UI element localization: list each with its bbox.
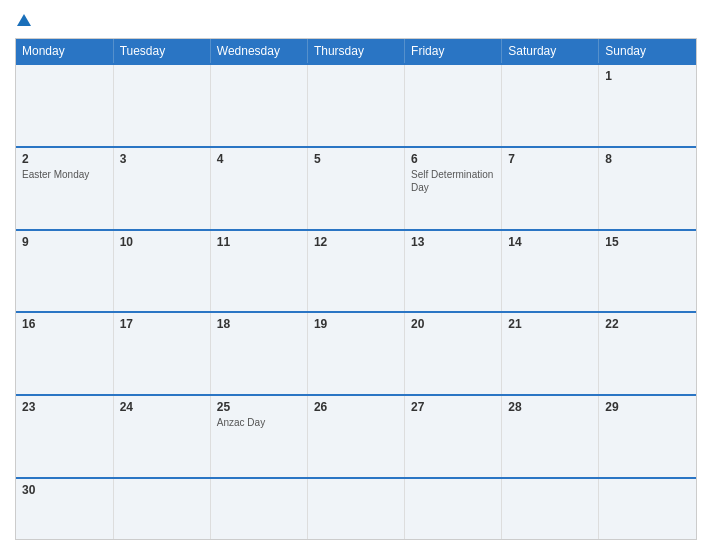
week-row-6: 30 bbox=[16, 478, 696, 539]
calendar-cell bbox=[16, 64, 113, 147]
day-number: 6 bbox=[411, 152, 495, 166]
day-number: 4 bbox=[217, 152, 301, 166]
day-number: 16 bbox=[22, 317, 107, 331]
calendar-cell: 21 bbox=[502, 312, 599, 395]
week-row-2: 2Easter Monday3456Self Determination Day… bbox=[16, 147, 696, 230]
day-number: 20 bbox=[411, 317, 495, 331]
weekday-header-row: MondayTuesdayWednesdayThursdayFridaySatu… bbox=[16, 39, 696, 64]
day-number: 1 bbox=[605, 69, 690, 83]
calendar-cell: 24 bbox=[113, 395, 210, 478]
calendar-cell: 4 bbox=[210, 147, 307, 230]
day-number: 10 bbox=[120, 235, 204, 249]
weekday-header-sunday: Sunday bbox=[599, 39, 696, 64]
day-number: 17 bbox=[120, 317, 204, 331]
day-number: 8 bbox=[605, 152, 690, 166]
calendar-cell: 3 bbox=[113, 147, 210, 230]
calendar-cell: 14 bbox=[502, 230, 599, 313]
calendar-cell: 23 bbox=[16, 395, 113, 478]
calendar-cell bbox=[405, 64, 502, 147]
calendar-cell: 30 bbox=[16, 478, 113, 539]
weekday-header-thursday: Thursday bbox=[307, 39, 404, 64]
calendar-cell bbox=[113, 478, 210, 539]
day-number: 21 bbox=[508, 317, 592, 331]
calendar-cell: 26 bbox=[307, 395, 404, 478]
day-number: 11 bbox=[217, 235, 301, 249]
calendar-cell: 13 bbox=[405, 230, 502, 313]
day-number: 12 bbox=[314, 235, 398, 249]
calendar-cell: 1 bbox=[599, 64, 696, 147]
calendar-cell: 8 bbox=[599, 147, 696, 230]
weekday-header-monday: Monday bbox=[16, 39, 113, 64]
calendar-cell: 18 bbox=[210, 312, 307, 395]
calendar-cell: 20 bbox=[405, 312, 502, 395]
day-number: 5 bbox=[314, 152, 398, 166]
calendar-cell bbox=[113, 64, 210, 147]
day-number: 14 bbox=[508, 235, 592, 249]
calendar-page: MondayTuesdayWednesdayThursdayFridaySatu… bbox=[0, 0, 712, 550]
weekday-header-saturday: Saturday bbox=[502, 39, 599, 64]
weekday-header-wednesday: Wednesday bbox=[210, 39, 307, 64]
calendar-cell: 25Anzac Day bbox=[210, 395, 307, 478]
day-number: 22 bbox=[605, 317, 690, 331]
logo bbox=[15, 14, 33, 26]
day-event: Self Determination Day bbox=[411, 168, 495, 194]
calendar-cell bbox=[307, 478, 404, 539]
day-number: 18 bbox=[217, 317, 301, 331]
calendar-cell: 17 bbox=[113, 312, 210, 395]
calendar-cell bbox=[307, 64, 404, 147]
week-row-3: 9101112131415 bbox=[16, 230, 696, 313]
day-event: Easter Monday bbox=[22, 168, 107, 181]
calendar-cell: 6Self Determination Day bbox=[405, 147, 502, 230]
calendar-cell: 28 bbox=[502, 395, 599, 478]
week-row-4: 16171819202122 bbox=[16, 312, 696, 395]
logo-triangle-icon bbox=[17, 14, 31, 26]
calendar-cell bbox=[502, 64, 599, 147]
calendar-cell bbox=[599, 478, 696, 539]
calendar-cell: 10 bbox=[113, 230, 210, 313]
calendar-cell: 11 bbox=[210, 230, 307, 313]
day-number: 27 bbox=[411, 400, 495, 414]
calendar-cell bbox=[210, 64, 307, 147]
calendar-cell: 2Easter Monday bbox=[16, 147, 113, 230]
header bbox=[15, 10, 697, 30]
calendar-cell: 27 bbox=[405, 395, 502, 478]
week-row-5: 232425Anzac Day26272829 bbox=[16, 395, 696, 478]
day-number: 28 bbox=[508, 400, 592, 414]
calendar-grid: MondayTuesdayWednesdayThursdayFridaySatu… bbox=[15, 38, 697, 540]
day-event: Anzac Day bbox=[217, 416, 301, 429]
day-number: 30 bbox=[22, 483, 107, 497]
day-number: 2 bbox=[22, 152, 107, 166]
day-number: 7 bbox=[508, 152, 592, 166]
day-number: 23 bbox=[22, 400, 107, 414]
day-number: 26 bbox=[314, 400, 398, 414]
day-number: 24 bbox=[120, 400, 204, 414]
day-number: 3 bbox=[120, 152, 204, 166]
calendar-cell bbox=[210, 478, 307, 539]
calendar-cell: 22 bbox=[599, 312, 696, 395]
calendar-cell: 16 bbox=[16, 312, 113, 395]
calendar-cell: 7 bbox=[502, 147, 599, 230]
calendar-cell: 5 bbox=[307, 147, 404, 230]
calendar-cell bbox=[405, 478, 502, 539]
calendar-cell: 15 bbox=[599, 230, 696, 313]
day-number: 15 bbox=[605, 235, 690, 249]
day-number: 29 bbox=[605, 400, 690, 414]
weekday-header-tuesday: Tuesday bbox=[113, 39, 210, 64]
day-number: 13 bbox=[411, 235, 495, 249]
calendar-cell: 9 bbox=[16, 230, 113, 313]
week-row-1: 1 bbox=[16, 64, 696, 147]
calendar-cell: 29 bbox=[599, 395, 696, 478]
day-number: 9 bbox=[22, 235, 107, 249]
day-number: 19 bbox=[314, 317, 398, 331]
day-number: 25 bbox=[217, 400, 301, 414]
weekday-header-friday: Friday bbox=[405, 39, 502, 64]
calendar-cell: 19 bbox=[307, 312, 404, 395]
calendar-cell: 12 bbox=[307, 230, 404, 313]
calendar-cell bbox=[502, 478, 599, 539]
